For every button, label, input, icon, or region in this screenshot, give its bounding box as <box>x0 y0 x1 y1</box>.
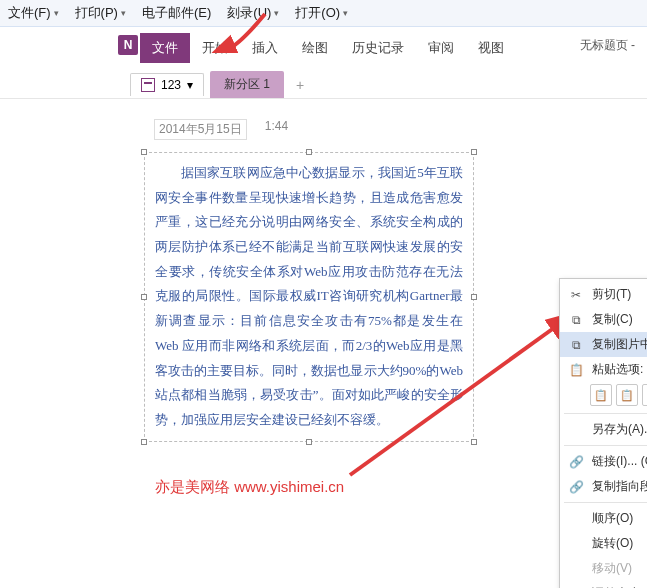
ribbon-tabs: 文件 开始 插入 绘图 历史记录 审阅 视图 <box>140 33 516 63</box>
menu-print[interactable]: 打印(P)▾ <box>75 4 126 22</box>
ctx-order[interactable]: 顺序(O)▶ <box>560 506 647 531</box>
chevron-down-icon: ▾ <box>274 8 279 18</box>
add-section-button[interactable]: + <box>290 77 310 93</box>
window-title: 无标题页 - <box>580 37 635 54</box>
resize-handle[interactable] <box>306 149 312 155</box>
image-text-content: 据国家互联网应急中心数据显示，我国近5年互联网安全事件数量呈现快速增长趋势，且造… <box>155 161 463 433</box>
copy-icon: ⧉ <box>568 312 584 328</box>
inserted-image[interactable]: 据国家互联网应急中心数据显示，我国近5年互联网安全事件数量呈现快速增长趋势，且造… <box>144 152 474 442</box>
ctx-resize[interactable]: 调整大小(R) <box>560 581 647 588</box>
ctx-save-as[interactable]: 另存为(A)... <box>560 417 647 442</box>
chevron-down-icon: ▾ <box>121 8 126 18</box>
ribbon-tab-home[interactable]: 开始 <box>190 33 240 63</box>
menu-open[interactable]: 打开(O)▾ <box>295 4 348 22</box>
ctx-link[interactable]: 🔗链接(I)... (Ctrl+K) <box>560 449 647 474</box>
page-time[interactable]: 1:44 <box>265 119 288 140</box>
chevron-down-icon: ▾ <box>343 8 348 18</box>
page-date-row: 2014年5月15日 1:44 <box>144 119 639 140</box>
ribbon-tab-view[interactable]: 视图 <box>466 33 516 63</box>
window-menubar: 文件(F)▾ 打印(P)▾ 电子邮件(E) 刻录(U)▾ 打开(O)▾ <box>0 0 647 27</box>
link-icon: 🔗 <box>568 454 584 470</box>
ctx-copy-link-to-paragraph[interactable]: 🔗复制指向段落的链接(P) <box>560 474 647 499</box>
copy-text-icon: ⧉ <box>568 337 584 353</box>
notebook-icon <box>141 78 155 92</box>
paste-options: 📋 📋 A 🖼 <box>560 382 647 410</box>
ribbon-tab-history[interactable]: 历史记录 <box>340 33 416 63</box>
ctx-paste-options-label: 📋粘贴选项: <box>560 357 647 382</box>
page-canvas: 2014年5月15日 1:44 据国家互联网应急中心数据显示，我国近5年互联网安… <box>0 99 647 450</box>
resize-handle[interactable] <box>141 439 147 445</box>
paste-option-3[interactable]: A <box>642 384 647 406</box>
ctx-cut[interactable]: ✂剪切(T) <box>560 282 647 307</box>
menu-email[interactable]: 电子邮件(E) <box>142 4 211 22</box>
paste-option-2[interactable]: 📋 <box>616 384 638 406</box>
resize-handle[interactable] <box>141 294 147 300</box>
onenote-app-icon: N <box>118 35 138 55</box>
menu-burn[interactable]: 刻录(U)▾ <box>227 4 279 22</box>
ctx-copy[interactable]: ⧉复制(C) <box>560 307 647 332</box>
ribbon-bar: N 文件 开始 插入 绘图 历史记录 审阅 视图 无标题页 - <box>0 27 647 67</box>
ctx-rotate[interactable]: 旋转(O)▶ <box>560 531 647 556</box>
resize-handle[interactable] <box>471 294 477 300</box>
scissors-icon: ✂ <box>568 287 584 303</box>
notebook-selector[interactable]: 123 ▾ <box>130 73 204 96</box>
watermark-text: 亦是美网络 www.yishimei.cn <box>155 478 344 497</box>
context-menu: ✂剪切(T) ⧉复制(C) ⧉复制图片中的文本(E) 📋粘贴选项: 📋 📋 A … <box>559 278 647 588</box>
notebook-tabs: 123 ▾ 新分区 1 + <box>0 67 647 99</box>
ribbon-tab-file[interactable]: 文件 <box>140 33 190 63</box>
notebook-name: 123 <box>161 78 181 92</box>
ctx-copy-text-from-image[interactable]: ⧉复制图片中的文本(E) <box>560 332 647 357</box>
resize-handle[interactable] <box>471 439 477 445</box>
resize-handle[interactable] <box>141 149 147 155</box>
link-icon: 🔗 <box>568 479 584 495</box>
section-tab[interactable]: 新分区 1 <box>210 71 284 98</box>
chevron-down-icon: ▾ <box>54 8 59 18</box>
clipboard-icon: 📋 <box>568 362 584 378</box>
menu-file[interactable]: 文件(F)▾ <box>8 4 59 22</box>
ctx-move: 移动(V) <box>560 556 647 581</box>
paste-option-1[interactable]: 📋 <box>590 384 612 406</box>
chevron-down-icon: ▾ <box>187 78 193 92</box>
resize-handle[interactable] <box>471 149 477 155</box>
ribbon-tab-review[interactable]: 审阅 <box>416 33 466 63</box>
resize-handle[interactable] <box>306 439 312 445</box>
page-date[interactable]: 2014年5月15日 <box>154 119 247 140</box>
ribbon-tab-draw[interactable]: 绘图 <box>290 33 340 63</box>
ribbon-tab-insert[interactable]: 插入 <box>240 33 290 63</box>
